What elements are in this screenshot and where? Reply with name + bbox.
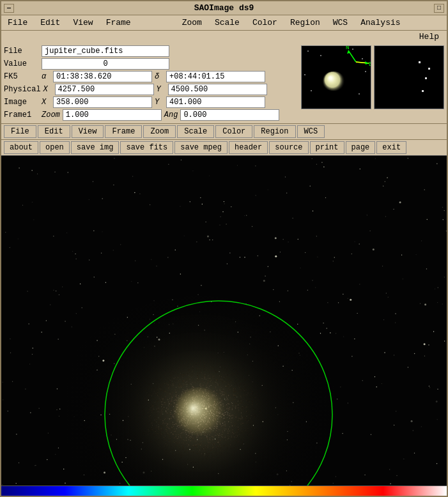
- phys-x-input[interactable]: [55, 84, 154, 95]
- overview-canvas: [375, 46, 444, 109]
- menu-region[interactable]: Region: [286, 17, 324, 29]
- menu-color[interactable]: Color: [249, 17, 281, 29]
- physical-row: Physical X Y: [4, 84, 298, 95]
- tb-region[interactable]: Region: [254, 125, 295, 138]
- preview-compass: [301, 45, 371, 109]
- ang-input[interactable]: [180, 109, 279, 121]
- main-canvas: [1, 156, 447, 486]
- img-x-label: X: [42, 98, 50, 107]
- menu-edit[interactable]: Edit: [36, 17, 64, 29]
- value-input[interactable]: [42, 58, 169, 70]
- phys-x-label: X: [43, 85, 52, 94]
- menu-analysis[interactable]: Analysis: [357, 17, 404, 29]
- zoom-input[interactable]: [63, 109, 162, 121]
- menu-bar: File Edit View Frame Zoom Scale Color Re…: [1, 15, 447, 31]
- tb-wcs[interactable]: WCS: [297, 125, 325, 138]
- action-save-fits[interactable]: save fits: [120, 141, 173, 154]
- toolbar: File Edit View Frame Zoom Scale Color Re…: [1, 124, 447, 140]
- alpha-input[interactable]: [53, 71, 152, 82]
- image-label: Image: [4, 98, 39, 107]
- tb-frame[interactable]: Frame: [105, 125, 142, 138]
- tb-zoom[interactable]: Zoom: [143, 125, 176, 138]
- main-image-area: [1, 156, 447, 486]
- frame-row: Frame1 Zoom Ang: [4, 109, 298, 121]
- delta-symbol: δ: [155, 72, 164, 81]
- action-source[interactable]: source: [269, 141, 308, 154]
- menu-frame[interactable]: Frame: [102, 17, 135, 29]
- img-x-input[interactable]: [53, 96, 152, 108]
- title-bar: — SAOImage ds9 □: [1, 1, 447, 15]
- delta-input[interactable]: [166, 71, 265, 82]
- frame-label: Frame1: [4, 111, 39, 119]
- tb-edit[interactable]: Edit: [38, 125, 70, 138]
- action-bar: about open save img save fits save mpeg …: [1, 140, 447, 156]
- maximize-button[interactable]: □: [434, 4, 444, 13]
- menu-zoom[interactable]: Zoom: [178, 17, 206, 29]
- preview-overview: [374, 45, 444, 109]
- info-panel: File Value FK5 α δ Physical X Y: [1, 43, 447, 124]
- action-print[interactable]: print: [310, 141, 344, 154]
- phys-y-label: Y: [157, 85, 166, 94]
- value-row: Value: [4, 58, 298, 70]
- img-y-label: Y: [155, 98, 164, 107]
- compass-canvas: [302, 46, 371, 109]
- file-input[interactable]: [42, 45, 169, 57]
- info-fields: File Value FK5 α δ Physical X Y: [4, 45, 298, 121]
- file-label: File: [4, 47, 39, 56]
- action-exit[interactable]: exit: [376, 141, 406, 154]
- preview-thumbnails: [301, 45, 444, 121]
- minimize-button[interactable]: —: [4, 4, 14, 13]
- file-row: File: [4, 45, 298, 57]
- tb-scale[interactable]: Scale: [177, 125, 214, 138]
- action-header[interactable]: header: [229, 141, 268, 154]
- help-bar: Help: [1, 31, 447, 43]
- menu-file[interactable]: File: [4, 17, 31, 29]
- zoom-label: Zoom: [42, 111, 60, 119]
- action-about[interactable]: about: [4, 141, 38, 154]
- value-label: Value: [4, 59, 39, 68]
- img-y-input[interactable]: [166, 96, 265, 108]
- tb-color[interactable]: Color: [215, 125, 252, 138]
- colorbar: [1, 486, 447, 496]
- physical-label: Physical: [4, 85, 41, 94]
- fk5-label: FK5: [4, 72, 39, 81]
- image-row: Image X Y: [4, 96, 298, 108]
- fk5-row: FK5 α δ: [4, 71, 298, 82]
- tb-file[interactable]: File: [4, 125, 36, 138]
- help-button[interactable]: Help: [415, 31, 443, 42]
- action-save-img[interactable]: save img: [71, 141, 120, 154]
- alpha-symbol: α: [42, 72, 50, 81]
- menu-view[interactable]: View: [69, 17, 97, 29]
- menu-scale[interactable]: Scale: [211, 17, 243, 29]
- main-window: — SAOImage ds9 □ File Edit View Frame Zo…: [0, 0, 448, 497]
- phys-y-input[interactable]: [168, 84, 267, 95]
- menu-wcs[interactable]: WCS: [329, 17, 351, 29]
- window-title: SAOImage ds9: [194, 3, 254, 13]
- ang-label: Ang: [164, 111, 178, 119]
- action-page[interactable]: page: [346, 141, 376, 154]
- action-save-mpeg[interactable]: save mpeg: [174, 141, 228, 154]
- tb-view[interactable]: View: [72, 125, 104, 138]
- action-open[interactable]: open: [40, 141, 70, 154]
